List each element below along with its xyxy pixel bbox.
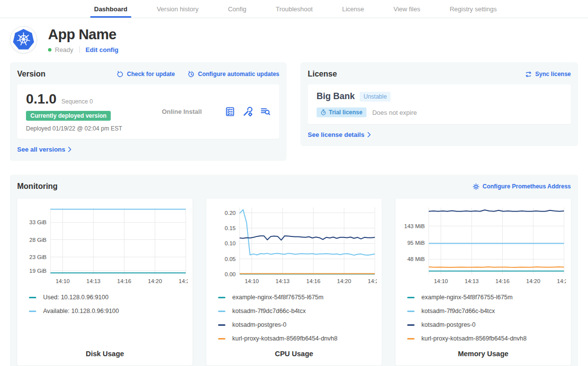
svg-text:143 MiB: 143 MiB <box>404 223 425 229</box>
legend-item: kotsadm-7f9dc7d66c-b4tcx <box>407 308 566 314</box>
chart-title: CPU Usage <box>211 350 377 359</box>
svg-text:14:16: 14:16 <box>306 278 320 284</box>
legend-label: example-nginx-54f8f76755-l675m <box>232 294 323 301</box>
svg-text:28 GiB: 28 GiB <box>29 237 47 243</box>
svg-text:23 GiB: 23 GiB <box>29 254 47 260</box>
chevron-right-icon <box>68 147 72 152</box>
check-for-update-button[interactable]: Check for update <box>117 71 175 78</box>
legend-item: kotsadm-postgres-0 <box>407 321 566 328</box>
disk-usage-chart[interactable]: 14:1014:1314:1614:2014:2319 GiB23 GiB28 … <box>22 204 188 287</box>
wrench-gear-icon <box>243 106 253 117</box>
app-logo <box>10 26 37 53</box>
legend-label: kotsadm-postgres-0 <box>232 321 286 328</box>
license-card-title: License <box>308 70 337 78</box>
disk-usage-legend: Used: 10.128.0.96:9100Available: 10.128.… <box>29 294 188 321</box>
cpu-usage-chart[interactable]: 14:1014:1314:1614:2014:230.000.050.100.1… <box>211 204 377 287</box>
monitoring-card: Monitoring Configure Prometheus Address … <box>10 175 578 366</box>
legend-label: example-nginx-54f8f76755-l675m <box>421 294 513 301</box>
tab-dashboard[interactable]: Dashboard <box>93 0 128 18</box>
svg-text:48 MiB: 48 MiB <box>407 256 425 262</box>
chart-title: Memory Usage <box>400 350 566 359</box>
disk-usage-chart-card: 14:1014:1314:1614:2014:2319 GiB23 GiB28 … <box>17 199 193 366</box>
svg-text:14:23: 14:23 <box>179 278 188 284</box>
license-box: Big Bank Unstable Trial license Does not… <box>308 84 571 124</box>
svg-text:14:13: 14:13 <box>465 278 479 284</box>
divider <box>79 46 80 53</box>
svg-text:19 GiB: 19 GiB <box>29 268 47 274</box>
legend-dash-icon <box>29 311 36 312</box>
current-version-box: 0.1.0 Sequence 0 Currently deployed vers… <box>17 84 279 139</box>
channel-badge: Unstable <box>360 92 391 102</box>
sync-license-button[interactable]: Sync license <box>525 71 571 78</box>
version-card: Version Check for update <box>10 62 287 161</box>
svg-text:0.05: 0.05 <box>225 256 236 262</box>
chart-title: Disk Usage <box>22 350 188 359</box>
legend-label: kurl-proxy-kotsadm-8569fb6454-dnvh8 <box>232 335 338 342</box>
svg-text:33 GiB: 33 GiB <box>29 219 47 225</box>
license-card: License Sync license Big Bank Unstable <box>300 62 578 146</box>
legend-item: Available: 10.128.0.96:9100 <box>29 308 188 314</box>
tab-config[interactable]: Config <box>227 0 247 18</box>
cpu-usage-chart-card: 14:1014:1314:1614:2014:230.000.050.100.1… <box>206 199 382 366</box>
legend-item: example-nginx-54f8f76755-l675m <box>218 294 377 301</box>
svg-text:0.00: 0.00 <box>225 271 236 277</box>
app-status: Ready <box>55 46 74 53</box>
kubernetes-icon <box>12 28 35 51</box>
svg-text:14:10: 14:10 <box>434 278 448 284</box>
status-dot-icon <box>48 48 51 52</box>
svg-text:0.15: 0.15 <box>225 225 236 231</box>
sequence-label: Sequence 0 <box>61 98 93 105</box>
see-license-details-link[interactable]: See license details <box>308 131 371 138</box>
configure-prometheus-button[interactable]: Configure Prometheus Address <box>472 183 571 190</box>
svg-text:14:20: 14:20 <box>148 278 162 284</box>
preflight-checklist-button[interactable] <box>225 106 235 117</box>
svg-text:0.10: 0.10 <box>225 240 236 246</box>
tab-license[interactable]: License <box>341 0 365 18</box>
logs-search-icon <box>260 106 270 117</box>
legend-label: kurl-proxy-kotsadm-8569fb6454-dnvh8 <box>421 335 527 342</box>
tab-troubleshoot[interactable]: Troubleshoot <box>275 0 314 18</box>
svg-text:14:13: 14:13 <box>275 278 290 284</box>
memory-usage-chart[interactable]: 14:1014:1314:1614:2014:2348 MiB95 MiB143… <box>400 204 566 287</box>
nav-tabs: DashboardVersion historyConfigTroublesho… <box>93 0 498 18</box>
deployed-badge: Currently deployed version <box>26 111 111 121</box>
legend-label: Used: 10.128.0.96:9100 <box>43 294 108 301</box>
legend-item: kotsadm-postgres-0 <box>218 321 377 328</box>
see-all-versions-link[interactable]: See all versions <box>17 146 72 153</box>
page-title: App Name <box>48 26 119 43</box>
legend-dash-icon <box>407 297 415 298</box>
deployed-timestamp: Deployed 01/19/22 @ 02:04 pm EST <box>26 125 139 132</box>
legend-item: kurl-proxy-kotsadm-8569fb6454-dnvh8 <box>407 335 566 342</box>
legend-dash-icon <box>218 297 225 298</box>
tab-registry-settings[interactable]: Registry settings <box>449 0 498 18</box>
edit-config-link[interactable]: Edit config <box>86 46 119 53</box>
clock-refresh-icon <box>188 71 195 78</box>
version-number: 0.1.0 <box>26 91 56 107</box>
tab-version-history[interactable]: Version history <box>156 0 199 18</box>
legend-dash-icon <box>29 297 36 298</box>
version-card-title: Version <box>17 70 46 78</box>
memory-usage-chart-card: 14:1014:1314:1614:2014:2348 MiB95 MiB143… <box>395 199 571 366</box>
svg-text:14:20: 14:20 <box>337 278 351 284</box>
svg-text:14:23: 14:23 <box>368 278 377 284</box>
legend-label: Available: 10.128.0.96:9100 <box>43 308 119 314</box>
svg-text:14:23: 14:23 <box>557 278 566 284</box>
legend-dash-icon <box>407 324 415 326</box>
legend-label: kotsadm-7f9dc7d66c-b4tcx <box>232 308 306 314</box>
legend-item: example-nginx-54f8f76755-l675m <box>407 294 566 301</box>
view-logs-button[interactable] <box>260 106 270 117</box>
svg-text:95 MiB: 95 MiB <box>407 240 425 246</box>
top-nav: DashboardVersion historyConfigTroublesho… <box>0 0 588 18</box>
customer-name: Big Bank <box>317 91 355 102</box>
edit-config-version-button[interactable] <box>243 106 253 117</box>
tab-view-files[interactable]: View files <box>392 0 421 18</box>
legend-dash-icon <box>218 311 225 312</box>
app-header: App Name Ready Edit config <box>10 26 578 53</box>
legend-item: kurl-proxy-kotsadm-8569fb6454-dnvh8 <box>218 335 377 342</box>
legend-dash-icon <box>407 311 415 312</box>
legend-label: kotsadm-7f9dc7d66c-b4tcx <box>421 308 495 314</box>
license-type-badge: Trial license <box>317 107 367 117</box>
chevron-right-icon <box>368 132 371 137</box>
monitoring-title: Monitoring <box>17 182 58 191</box>
configure-automatic-updates-button[interactable]: Configure automatic updates <box>188 71 279 78</box>
